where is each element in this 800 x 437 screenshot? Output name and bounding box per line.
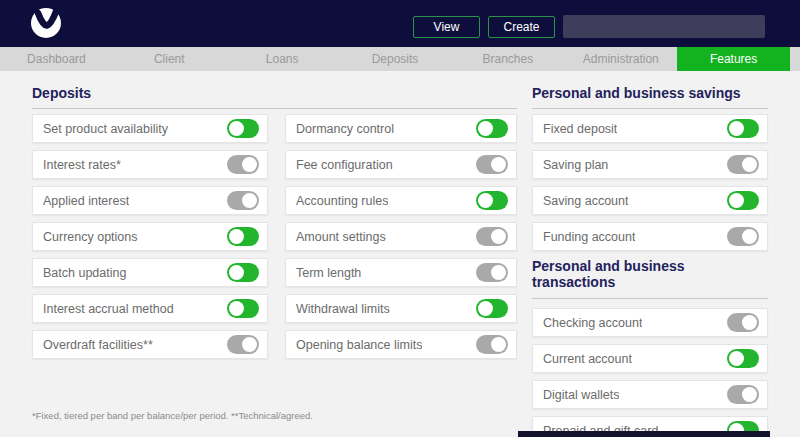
create-button[interactable]: Create — [488, 16, 555, 38]
feature-label: Overdraft facilities** — [43, 338, 153, 352]
toggle-knob — [729, 193, 744, 208]
tab-loans[interactable]: Loans — [226, 47, 339, 71]
toggle-knob — [478, 193, 493, 208]
toggle-knob — [742, 157, 757, 172]
toggle-knob — [491, 229, 506, 244]
feature-label: Applied interest — [43, 194, 129, 208]
toggle-switch[interactable] — [476, 155, 508, 174]
toggle-knob — [242, 157, 257, 172]
deposits-column-1: Set product availability Interest rates*… — [32, 114, 268, 366]
feature-label: Saving plan — [543, 158, 608, 172]
toggle-switch[interactable] — [727, 385, 759, 404]
toggle-switch[interactable] — [476, 263, 508, 282]
toggle-switch[interactable] — [476, 119, 508, 138]
feature-label: Dormancy control — [296, 122, 394, 136]
toggle-knob — [491, 265, 506, 280]
feature-row: Currency options — [32, 222, 268, 251]
toggle-knob — [729, 351, 744, 366]
feature-label: Set product availability — [43, 122, 168, 136]
toggle-switch[interactable] — [227, 119, 259, 138]
app-logo-icon — [30, 7, 62, 39]
feature-row: Fixed deposit — [532, 114, 768, 143]
feature-row: Accounting rules — [285, 186, 517, 215]
feature-label: Current account — [543, 352, 632, 366]
feature-row: Digital wallets — [532, 380, 768, 409]
toggle-switch[interactable] — [476, 335, 508, 354]
feature-row: Fee configuration — [285, 150, 517, 179]
feature-row: Set product availability — [32, 114, 268, 143]
toggle-knob — [491, 157, 506, 172]
toggle-switch[interactable] — [727, 155, 759, 174]
toggle-knob — [742, 387, 757, 402]
toggle-knob — [742, 229, 757, 244]
feature-label: Checking account — [543, 316, 642, 330]
partial-card-edge — [518, 431, 770, 437]
feature-row: Interest rates* — [32, 150, 268, 179]
footnote-text: *Fixed, tiered per band per balance/per … — [32, 410, 313, 421]
toggle-switch[interactable] — [227, 227, 259, 246]
feature-row: Opening balance limits — [285, 330, 517, 359]
feature-label: Withdrawal limits — [296, 302, 390, 316]
toggle-switch[interactable] — [227, 155, 259, 174]
feature-row: Current account — [532, 344, 768, 373]
toggle-knob — [478, 301, 493, 316]
deposits-column-2: Dormancy control Fee configuration Accou… — [285, 114, 517, 366]
search-input[interactable] — [563, 15, 765, 38]
toggle-knob — [229, 301, 244, 316]
toggle-knob — [242, 337, 257, 352]
toggle-switch[interactable] — [727, 119, 759, 138]
feature-label: Saving account — [543, 194, 628, 208]
feature-label: Interest rates* — [43, 158, 121, 172]
feature-row: Withdrawal limits — [285, 294, 517, 323]
toggle-switch[interactable] — [727, 349, 759, 368]
toggle-switch[interactable] — [727, 227, 759, 246]
section-header-transactions: Personal and business transactions — [532, 258, 768, 299]
feature-label: Currency options — [43, 230, 138, 244]
toggle-switch[interactable] — [727, 191, 759, 210]
section-header-savings: Personal and business savings — [532, 85, 768, 109]
feature-row: Amount settings — [285, 222, 517, 251]
feature-row: Dormancy control — [285, 114, 517, 143]
section-header-deposits: Deposits — [32, 85, 517, 109]
tab-administration[interactable]: Administration — [564, 47, 677, 71]
toggle-switch[interactable] — [227, 263, 259, 282]
features-content: Deposits Personal and business savings S… — [0, 71, 800, 437]
tab-deposits[interactable]: Deposits — [339, 47, 452, 71]
feature-row: Interest accrual method — [32, 294, 268, 323]
tab-features[interactable]: Features — [677, 47, 790, 71]
feature-label: Accounting rules — [296, 194, 388, 208]
feature-row: Term length — [285, 258, 517, 287]
main-nav: Dashboard Client Loans Deposits Branches… — [0, 47, 800, 71]
toggle-switch[interactable] — [476, 227, 508, 246]
toggle-knob — [478, 121, 493, 136]
toggle-switch[interactable] — [476, 299, 508, 318]
toggle-switch[interactable] — [476, 191, 508, 210]
tab-branches[interactable]: Branches — [451, 47, 564, 71]
toggle-knob — [229, 229, 244, 244]
toggle-switch[interactable] — [227, 299, 259, 318]
toggle-knob — [491, 337, 506, 352]
feature-row: Saving account — [532, 186, 768, 215]
feature-label: Fee configuration — [296, 158, 393, 172]
feature-label: Funding account — [543, 230, 635, 244]
feature-label: Interest accrual method — [43, 302, 174, 316]
tab-client[interactable]: Client — [113, 47, 226, 71]
toggle-knob — [242, 193, 257, 208]
view-button[interactable]: View — [413, 16, 480, 38]
feature-row: Funding account — [532, 222, 768, 251]
feature-label: Fixed deposit — [543, 122, 617, 136]
toggle-knob — [229, 121, 244, 136]
feature-row: Overdraft facilities** — [32, 330, 268, 359]
feature-label: Batch updating — [43, 266, 126, 280]
toggle-switch[interactable] — [727, 313, 759, 332]
feature-row: Saving plan — [532, 150, 768, 179]
tab-dashboard[interactable]: Dashboard — [0, 47, 113, 71]
feature-label: Amount settings — [296, 230, 386, 244]
feature-label: Opening balance limits — [296, 338, 422, 352]
toggle-switch[interactable] — [227, 335, 259, 354]
savings-column: Fixed deposit Saving plan Saving account… — [532, 114, 768, 437]
top-header: View Create — [0, 0, 800, 47]
toggle-switch[interactable] — [227, 191, 259, 210]
feature-label: Term length — [296, 266, 361, 280]
toggle-knob — [729, 121, 744, 136]
